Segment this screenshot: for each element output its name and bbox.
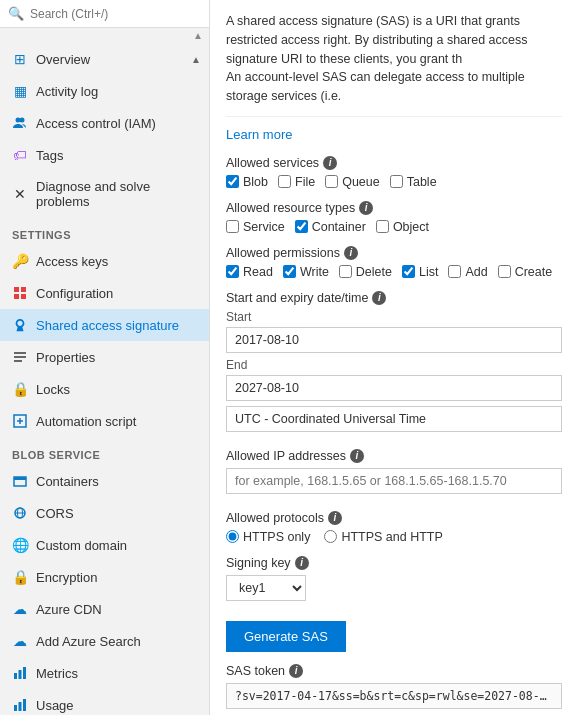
- sidebar-item-overview[interactable]: ⊞ Overview ▲: [0, 43, 209, 75]
- https-only-radio[interactable]: [226, 530, 239, 543]
- sidebar-item-automation[interactable]: Automation script: [0, 405, 209, 437]
- sidebar-item-configuration[interactable]: Configuration: [0, 277, 209, 309]
- allowed-ip-section: Allowed IP addresses i: [226, 449, 562, 499]
- sidebar-item-metrics[interactable]: Metrics: [0, 657, 209, 689]
- sidebar-item-label: Automation script: [36, 414, 136, 429]
- sidebar-item-label: Encryption: [36, 570, 97, 585]
- search-bar[interactable]: 🔍: [0, 0, 209, 28]
- delete-checkbox[interactable]: [339, 265, 352, 278]
- delete-checkbox-item[interactable]: Delete: [339, 265, 392, 279]
- signing-key-select[interactable]: key1 key2: [226, 575, 306, 601]
- timezone-input[interactable]: [226, 406, 562, 432]
- queue-checkbox-item[interactable]: Queue: [325, 175, 380, 189]
- search-input[interactable]: [30, 7, 201, 21]
- sidebar-item-locks[interactable]: 🔒 Locks: [0, 373, 209, 405]
- resource-types-checkboxes: Service Container Object: [226, 220, 562, 234]
- table-checkbox[interactable]: [390, 175, 403, 188]
- table-checkbox-item[interactable]: Table: [390, 175, 437, 189]
- sas-token-value: ?sv=2017-04-17&ss=b&srt=c&sp=rwl&se=2027…: [226, 683, 562, 709]
- file-checkbox[interactable]: [278, 175, 291, 188]
- sidebar-item-encryption[interactable]: 🔒 Encryption: [0, 561, 209, 593]
- properties-icon: [12, 349, 28, 365]
- sidebar-item-azure-cdn[interactable]: ☁ Azure CDN: [0, 593, 209, 625]
- generate-sas-button[interactable]: Generate SAS: [226, 621, 346, 652]
- service-checkbox-item[interactable]: Service: [226, 220, 285, 234]
- https-http-radio-item[interactable]: HTTPS and HTTP: [324, 530, 442, 544]
- allowed-protocols-info-icon: i: [328, 511, 342, 525]
- https-only-radio-item[interactable]: HTTPS only: [226, 530, 310, 544]
- container-checkbox-item[interactable]: Container: [295, 220, 366, 234]
- allowed-ip-input[interactable]: [226, 468, 562, 494]
- sidebar-item-label: Usage: [36, 698, 74, 713]
- protocols-radios: HTTPS only HTTPS and HTTP: [226, 530, 562, 544]
- add-azure-search-icon: ☁: [12, 633, 28, 649]
- svg-point-1: [20, 118, 25, 123]
- start-expiry-label: Start and expiry date/time i: [226, 291, 562, 305]
- queue-checkbox[interactable]: [325, 175, 338, 188]
- object-checkbox[interactable]: [376, 220, 389, 233]
- file-checkbox-item[interactable]: File: [278, 175, 315, 189]
- sidebar-item-label: CORS: [36, 506, 74, 521]
- encryption-icon: 🔒: [12, 569, 28, 585]
- sidebar-item-label: Custom domain: [36, 538, 127, 553]
- allowed-protocols-section: Allowed protocols i HTTPS only HTTPS and…: [226, 511, 562, 544]
- sidebar-item-add-azure-search[interactable]: ☁ Add Azure Search: [0, 625, 209, 657]
- sidebar-item-label: Containers: [36, 474, 99, 489]
- sidebar-item-label: Tags: [36, 148, 63, 163]
- blob-checkbox-item[interactable]: Blob: [226, 175, 268, 189]
- permissions-checkboxes: Read Write Delete List Add Create: [226, 265, 562, 279]
- overview-icon: ⊞: [12, 51, 28, 67]
- cors-icon: [12, 505, 28, 521]
- sidebar-item-label: Add Azure Search: [36, 634, 141, 649]
- object-checkbox-item[interactable]: Object: [376, 220, 429, 234]
- container-checkbox[interactable]: [295, 220, 308, 233]
- svg-rect-3: [21, 287, 26, 292]
- sidebar-item-containers[interactable]: Containers: [0, 465, 209, 497]
- svg-rect-22: [23, 699, 26, 711]
- access-control-icon: [12, 115, 28, 131]
- sidebar: 🔍 ▲ ⊞ Overview ▲ ▦ Activity log Access c…: [0, 0, 210, 715]
- metrics-icon: [12, 665, 28, 681]
- service-checkbox[interactable]: [226, 220, 239, 233]
- sidebar-item-access-control[interactable]: Access control (IAM): [0, 107, 209, 139]
- sidebar-item-access-keys[interactable]: 🔑 Access keys: [0, 245, 209, 277]
- create-checkbox[interactable]: [498, 265, 511, 278]
- sidebar-item-shared-signature[interactable]: Shared access signature: [0, 309, 209, 341]
- sas-token-section: SAS token i ?sv=2017-04-17&ss=b&srt=c&sp…: [226, 664, 562, 709]
- access-keys-icon: 🔑: [12, 253, 28, 269]
- diagnose-icon: ✕: [12, 186, 28, 202]
- end-date-input[interactable]: [226, 375, 562, 401]
- create-checkbox-item[interactable]: Create: [498, 265, 553, 279]
- sidebar-item-diagnose[interactable]: ✕ Diagnose and solve problems: [0, 171, 209, 217]
- sidebar-item-label: Access control (IAM): [36, 116, 156, 131]
- permissions-info-icon: i: [344, 246, 358, 260]
- svg-rect-2: [14, 287, 19, 292]
- sidebar-item-usage[interactable]: Usage: [0, 689, 209, 715]
- list-checkbox[interactable]: [402, 265, 415, 278]
- start-label: Start: [226, 310, 562, 324]
- sidebar-item-activity-log[interactable]: ▦ Activity log: [0, 75, 209, 107]
- sidebar-item-custom-domain[interactable]: 🌐 Custom domain: [0, 529, 209, 561]
- allowed-permissions-label: Allowed permissions i: [226, 246, 562, 260]
- sidebar-item-properties[interactable]: Properties: [0, 341, 209, 373]
- sidebar-item-tags[interactable]: 🏷 Tags: [0, 139, 209, 171]
- sidebar-item-cors[interactable]: CORS: [0, 497, 209, 529]
- read-checkbox[interactable]: [226, 265, 239, 278]
- learn-more-link[interactable]: Learn more: [226, 127, 562, 142]
- allowed-ip-info-icon: i: [350, 449, 364, 463]
- scrollbar-up[interactable]: ▲: [0, 28, 209, 43]
- read-checkbox-item[interactable]: Read: [226, 265, 273, 279]
- list-checkbox-item[interactable]: List: [402, 265, 438, 279]
- add-checkbox[interactable]: [448, 265, 461, 278]
- allowed-permissions-section: Allowed permissions i Read Write Delete …: [226, 246, 562, 279]
- start-date-input[interactable]: [226, 327, 562, 353]
- https-http-radio[interactable]: [324, 530, 337, 543]
- add-checkbox-item[interactable]: Add: [448, 265, 487, 279]
- blob-checkbox[interactable]: [226, 175, 239, 188]
- write-checkbox-item[interactable]: Write: [283, 265, 329, 279]
- sidebar-item-label: Shared access signature: [36, 318, 179, 333]
- svg-rect-20: [14, 705, 17, 711]
- write-checkbox[interactable]: [283, 265, 296, 278]
- svg-rect-19: [23, 667, 26, 679]
- signing-key-info-icon: i: [295, 556, 309, 570]
